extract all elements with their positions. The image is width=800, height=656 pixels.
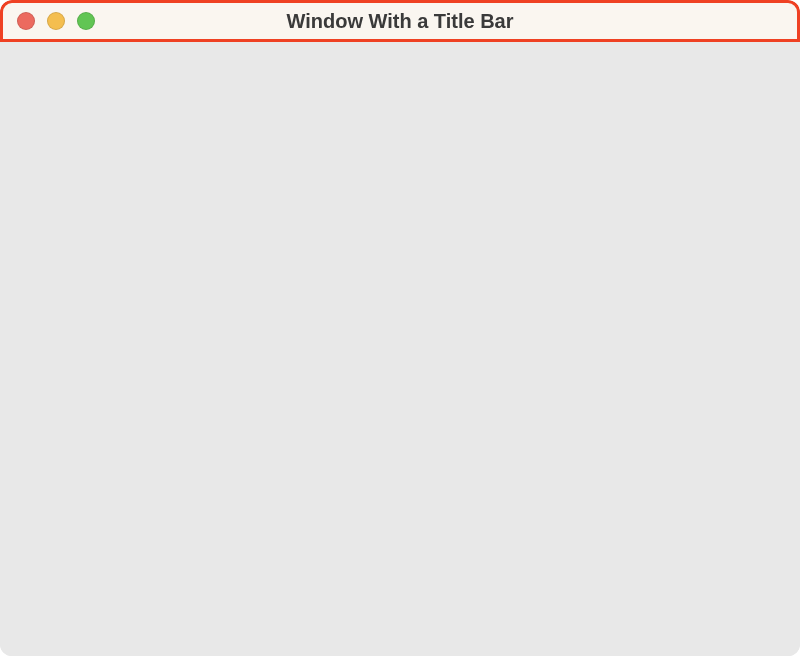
close-window-button[interactable] xyxy=(17,12,35,30)
window-content-area xyxy=(0,42,800,656)
window-controls-group xyxy=(17,12,95,30)
title-bar[interactable]: Window With a Title Bar xyxy=(0,0,800,42)
application-window: Window With a Title Bar xyxy=(0,0,800,656)
window-title: Window With a Title Bar xyxy=(3,10,797,33)
zoom-window-button[interactable] xyxy=(77,12,95,30)
minimize-window-button[interactable] xyxy=(47,12,65,30)
